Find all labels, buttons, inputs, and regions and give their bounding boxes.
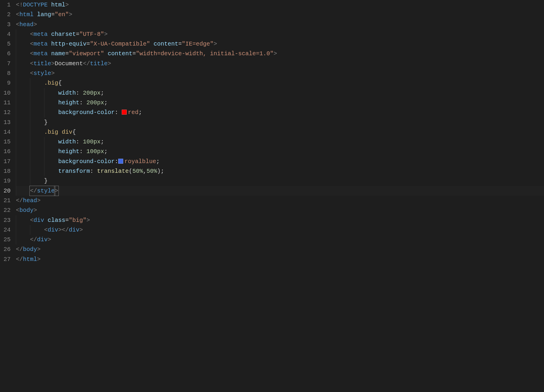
- code-token: <: [16, 21, 19, 28]
- code-line[interactable]: <div></div>: [16, 225, 544, 235]
- code-line[interactable]: <body>: [16, 205, 544, 215]
- code-line[interactable]: </html>: [16, 254, 544, 264]
- code-token: {: [72, 129, 76, 135]
- code-token: :: [79, 148, 86, 155]
- code-area[interactable]: <!DOCTYPE html><html lang="en"><head> <m…: [16, 0, 544, 264]
- code-token: <: [30, 70, 34, 77]
- code-line[interactable]: background-color:royalblue;: [16, 157, 544, 166]
- line-number: 17: [0, 157, 11, 166]
- code-line[interactable]: transform: translate(50%,50%);: [16, 166, 544, 176]
- code-token: %: [139, 168, 143, 175]
- code-token: <: [30, 217, 34, 224]
- code-line[interactable]: </style>: [16, 186, 544, 196]
- code-token: >: [65, 1, 69, 8]
- code-token: :: [115, 158, 118, 165]
- code-line[interactable]: <!DOCTYPE html>: [16, 0, 544, 10]
- code-token: >: [108, 60, 111, 67]
- code-token: name: [51, 50, 65, 57]
- code-token: <: [44, 227, 48, 233]
- code-token: </: [62, 227, 69, 233]
- code-line[interactable]: </div>: [16, 235, 544, 244]
- code-token: :: [76, 90, 83, 96]
- code-token: div: [69, 227, 79, 233]
- code-token: 50: [146, 168, 153, 175]
- code-token: "viewport": [69, 50, 104, 57]
- code-line[interactable]: width: 100px;: [16, 137, 544, 147]
- code-token: >: [37, 246, 41, 253]
- code-line[interactable]: background-color: red;: [16, 108, 544, 117]
- code-line[interactable]: </body>: [16, 244, 544, 254]
- code-token: 100: [83, 138, 94, 145]
- line-number: 18: [0, 166, 11, 176]
- code-token: ;: [104, 99, 108, 106]
- code-token: <: [30, 41, 34, 47]
- code-token: <: [30, 31, 34, 38]
- code-line[interactable]: }: [16, 118, 544, 127]
- code-token: </: [30, 236, 37, 243]
- code-token: >: [51, 70, 55, 77]
- code-token: "IE=edge": [182, 41, 213, 47]
- code-line[interactable]: <div class="big">: [16, 215, 544, 225]
- code-token: =: [86, 41, 90, 47]
- code-token: [44, 217, 48, 224]
- code-token: 100: [86, 148, 97, 155]
- line-number: 11: [0, 98, 11, 108]
- line-number-gutter: 1234567891011121314151617181920212223242…: [0, 0, 16, 264]
- code-token: ,: [143, 168, 146, 175]
- code-token: [48, 41, 51, 47]
- line-number: 9: [0, 78, 11, 88]
- code-token: <: [16, 11, 19, 18]
- code-line[interactable]: <html lang="en">: [16, 10, 544, 19]
- line-number: 25: [0, 235, 11, 244]
- code-token: .big: [44, 80, 58, 86]
- code-token: 200: [83, 90, 94, 96]
- line-number: 24: [0, 225, 11, 235]
- code-token: ;: [161, 168, 164, 175]
- code-token: ;: [101, 90, 104, 96]
- line-number: 12: [0, 108, 11, 117]
- code-token: px: [97, 148, 104, 155]
- code-token: background-color: [58, 158, 115, 165]
- code-line[interactable]: <head>: [16, 20, 544, 29]
- code-line[interactable]: height: 100px;: [16, 147, 544, 156]
- code-token: >: [69, 11, 72, 18]
- code-token: height: [58, 99, 79, 106]
- code-editor[interactable]: 1234567891011121314151617181920212223242…: [0, 0, 544, 264]
- code-line[interactable]: <meta name="viewport" content="width=dev…: [16, 49, 544, 58]
- code-token: "X-UA-Compatible": [90, 41, 150, 47]
- code-token: style: [37, 187, 55, 194]
- code-token: "UTF-8": [79, 31, 104, 38]
- code-line[interactable]: <meta http-equiv="X-UA-Compatible" conte…: [16, 39, 544, 49]
- color-swatch[interactable]: [122, 110, 127, 115]
- code-line[interactable]: <meta charset="UTF-8">: [16, 29, 544, 39]
- line-number: 19: [0, 176, 11, 186]
- line-number: 8: [0, 68, 11, 78]
- code-token: translate: [97, 168, 129, 175]
- code-line[interactable]: height: 200px;: [16, 98, 544, 108]
- code-token: transform: [58, 168, 90, 175]
- code-line[interactable]: width: 200px;: [16, 88, 544, 98]
- code-token: red: [128, 109, 138, 116]
- code-token: content: [108, 50, 132, 57]
- code-token: px: [94, 138, 101, 145]
- line-number: 1: [0, 0, 11, 10]
- code-line[interactable]: <style>: [16, 68, 544, 78]
- code-token: px: [94, 90, 101, 96]
- code-token: meta: [34, 31, 48, 38]
- code-line[interactable]: </head>: [16, 196, 544, 205]
- code-line[interactable]: <title>Document</title>: [16, 59, 544, 68]
- code-line[interactable]: }: [16, 176, 544, 186]
- code-line[interactable]: .big{: [16, 78, 544, 88]
- code-token: html: [23, 256, 37, 263]
- code-token: 50: [132, 168, 139, 175]
- code-token: =: [76, 31, 79, 38]
- code-line[interactable]: .big div{: [16, 127, 544, 137]
- code-token: {: [58, 80, 62, 86]
- code-token: http-equiv: [51, 41, 86, 47]
- color-swatch[interactable]: [118, 159, 123, 164]
- code-token: charset: [51, 31, 76, 38]
- code-token: body: [23, 246, 37, 253]
- code-token: width: [58, 90, 76, 96]
- code-token: %: [153, 168, 157, 175]
- line-number: 23: [0, 215, 11, 225]
